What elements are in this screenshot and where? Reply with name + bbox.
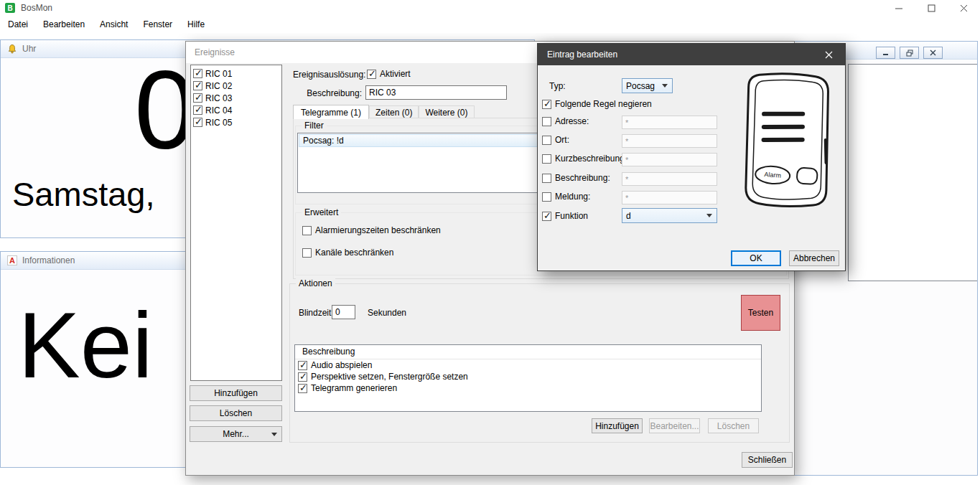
blindzeit-input[interactable]: [332, 305, 355, 319]
adresse-label: Adresse:: [555, 116, 589, 126]
adresse-input: [622, 116, 717, 129]
menu-ansicht[interactable]: Ansicht: [94, 17, 134, 32]
meldung-checkbox[interactable]: [542, 192, 551, 202]
tab-telegramme[interactable]: Telegramme (1): [293, 105, 369, 119]
ric-checkbox[interactable]: [193, 69, 202, 78]
list-item[interactable]: Audio abspielen: [295, 359, 761, 371]
ric-label: RIC 01: [205, 69, 232, 79]
alarm-times-label: Alarmierungszeiten beschränken: [315, 225, 441, 235]
close-icon: [960, 4, 968, 12]
funktion-checkbox[interactable]: [542, 212, 551, 221]
kurzbeschreibung-input: [622, 153, 717, 166]
abbrechen-button[interactable]: Abbrechen: [789, 250, 839, 266]
info-big-text: Kei: [18, 298, 153, 392]
events-dialog-title: Ereignisse: [195, 47, 235, 57]
menu-fenster[interactable]: Fenster: [137, 17, 178, 32]
aktionen-group-label: Aktionen: [296, 278, 335, 288]
testen-button[interactable]: Testen: [741, 295, 780, 331]
schliessen-button[interactable]: Schließen: [742, 452, 793, 468]
adresse-checkbox[interactable]: [542, 117, 551, 126]
action-checkbox[interactable]: [298, 384, 307, 393]
menubar: Datei Bearbeiten Ansicht Fenster Hilfe: [0, 16, 980, 33]
menu-bearbeiten[interactable]: Bearbeiten: [37, 17, 90, 32]
list-item[interactable]: RIC 02: [191, 80, 281, 92]
funktion-row: Funktion: [542, 211, 588, 221]
mdi-restore-button[interactable]: [900, 47, 919, 59]
beschreibung-row: Beschreibung:: [542, 173, 610, 183]
funktion-combobox[interactable]: d: [622, 208, 717, 223]
delete-ric-button[interactable]: Löschen: [190, 405, 282, 421]
more-button-label: Mehr...: [223, 429, 249, 439]
action-label: Perspektive setzen, Fenstergröße setzen: [311, 372, 468, 382]
mdi-minimize-button[interactable]: [876, 47, 895, 59]
ok-button[interactable]: OK: [731, 250, 781, 266]
channels-checkbox[interactable]: [302, 248, 312, 258]
ric-label: RIC 03: [205, 93, 232, 103]
aktionen-group: Aktionen Blindzeit: Sekunden Testen Besc…: [289, 283, 790, 443]
menu-datei[interactable]: Datei: [2, 17, 34, 32]
bell-icon: [7, 44, 17, 54]
list-item[interactable]: RIC 01: [191, 67, 281, 80]
ric-checkbox[interactable]: [193, 93, 202, 103]
kurzbeschreibung-checkbox[interactable]: [542, 154, 551, 164]
action-checkbox[interactable]: [298, 372, 307, 382]
ric-checkbox[interactable]: [193, 105, 202, 115]
mdi-minimize-icon: [882, 50, 889, 56]
funktion-value: d: [626, 211, 631, 221]
actions-list-header[interactable]: Beschreibung: [295, 345, 761, 359]
ric-checkbox[interactable]: [193, 81, 202, 90]
tab-zeiten[interactable]: Zeiten (0): [369, 105, 419, 118]
ric-label: RIC 04: [205, 105, 232, 116]
beschreibung-label: Beschreibung:: [555, 173, 610, 183]
maximize-icon: [928, 4, 935, 12]
background-window-list[interactable]: [848, 64, 978, 281]
list-item[interactable]: RIC 05: [191, 116, 281, 128]
ort-checkbox[interactable]: [542, 136, 551, 145]
edit-dialog-close-button[interactable]: [813, 44, 845, 65]
ort-label: Ort:: [555, 135, 569, 145]
action-checkbox[interactable]: [298, 361, 307, 370]
ric-checkbox[interactable]: [193, 118, 202, 127]
ort-input: [622, 134, 717, 148]
minimize-button[interactable]: [883, 0, 915, 16]
ric-listbox[interactable]: RIC 01 RIC 02 RIC 03 RIC 04 RIC 05: [190, 65, 282, 381]
erweitert-group-label: Erweitert: [302, 207, 341, 217]
list-item[interactable]: Telegramm generieren: [295, 382, 761, 394]
actions-list[interactable]: Beschreibung Audio abspielen Perspektive…: [294, 344, 762, 412]
list-item[interactable]: RIC 03: [191, 92, 281, 104]
maximize-button[interactable]: [915, 0, 948, 16]
negate-rule-label: Folgende Regel negieren: [555, 99, 652, 109]
add-action-button[interactable]: Hinzufügen: [592, 418, 643, 433]
menu-hilfe[interactable]: Hilfe: [182, 17, 210, 32]
tab-weitere[interactable]: Weitere (0): [419, 105, 474, 118]
meldung-input: [622, 191, 717, 204]
chevron-down-icon: [662, 84, 668, 88]
mdi-close-icon: [930, 50, 936, 56]
close-button[interactable]: [948, 0, 980, 16]
alarm-times-row: Alarmierungszeiten beschränken: [302, 225, 441, 235]
aktiviert-checkbox[interactable]: [367, 70, 376, 79]
list-item[interactable]: RIC 04: [191, 104, 281, 116]
clock-date: Samstag,: [12, 177, 155, 211]
funktion-label: Funktion: [555, 211, 588, 221]
alarm-times-checkbox[interactable]: [302, 226, 312, 235]
mdi-close-button[interactable]: [923, 47, 943, 59]
mdi-restore-icon: [906, 50, 913, 57]
negate-rule-checkbox[interactable]: [542, 100, 551, 109]
negate-rule-row: Folgende Regel negieren: [542, 99, 652, 109]
description-input[interactable]: [365, 85, 507, 100]
close-icon: [825, 51, 833, 59]
ric-label: RIC 05: [205, 118, 232, 128]
edit-entry-dialog: Eintrag bearbeiten Typ: Pocsag Folgende …: [537, 43, 846, 271]
pager-alarm-label: Alarm: [764, 171, 781, 179]
edit-action-button: Bearbeiten...: [649, 418, 700, 433]
filter-group-label: Filter: [302, 121, 327, 131]
description-label: Beschreibung:: [293, 88, 362, 98]
edit-dialog-titlebar[interactable]: Eintrag bearbeiten: [538, 44, 845, 65]
typ-combobox[interactable]: Pocsag: [622, 78, 673, 93]
beschreibung-checkbox[interactable]: [542, 174, 551, 183]
add-ric-button[interactable]: Hinzufügen: [190, 385, 282, 401]
list-item[interactable]: Perspektive setzen, Fenstergröße setzen: [295, 371, 761, 382]
more-button[interactable]: Mehr...: [190, 426, 282, 442]
channels-label: Kanäle beschränken: [315, 248, 393, 258]
